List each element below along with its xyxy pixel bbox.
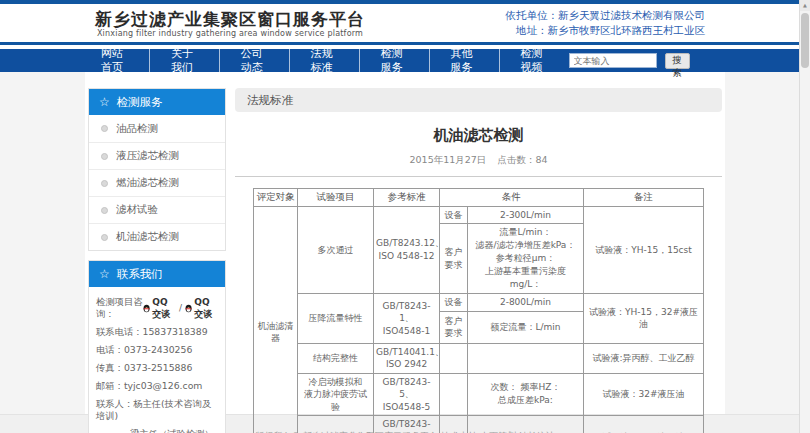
- bullet-icon: [101, 207, 108, 214]
- site-logo[interactable]: 新乡过滤产业集聚区窗口服务平台 Xinxiang filter industry…: [95, 9, 365, 38]
- contact-header: ☆ 联系我们: [89, 261, 225, 287]
- cell-r1-note: 试验液：YH-15，15cst: [584, 206, 704, 294]
- col-header-standard: 参考标准: [374, 189, 440, 207]
- col-header-condition: 条件: [440, 189, 584, 207]
- cell-r5-note: 试验液：32#液压油: [584, 416, 704, 433]
- cell-r4-project: 冷启动模拟和 液力脉冲疲劳试验: [298, 373, 374, 416]
- standard-line: ISO 4548-12: [376, 250, 437, 263]
- condition-line: 滤器/滤芯净增压差kPa：: [470, 239, 581, 252]
- nav-item-testing[interactable]: 检测服务: [359, 47, 429, 75]
- col-header-object: 评定对象: [254, 189, 298, 207]
- main-nav: 网站首页 关于我们 公司动态 法规标准 检测服务 其他服务 检测视频 搜 索: [0, 49, 810, 72]
- qq-penguin-icon: [143, 303, 150, 314]
- nav-item-home[interactable]: 网站首页: [80, 47, 149, 75]
- cell-r1-device-label: 设备: [440, 206, 468, 224]
- sponsor-line: 依托单位：新乡天翼过滤技术检测有限公司: [506, 8, 706, 23]
- article-title: 机油滤芯检测: [235, 126, 722, 145]
- contact-person-line-2: 梁主任（试验检测）: [96, 428, 218, 433]
- table-row: 结构完整性 GB/T14041.1、 ISO 2942 试验液:异丙醇、工业乙醇: [254, 343, 704, 373]
- cell-r2-device-label: 设备: [440, 294, 468, 312]
- bullet-icon: [101, 153, 108, 160]
- address-line: 地址：新乡市牧野区北环路西王村工业区: [506, 23, 706, 38]
- content-wrapper: ☆ 检测服务 油品检测 液压滤芯检测 燃油滤芯检测: [85, 72, 725, 414]
- sidebar-item-oil-filter-test[interactable]: 机油滤芯检测: [89, 223, 225, 250]
- search-button[interactable]: 搜 索: [665, 53, 691, 69]
- section-title-bar: 法规标准: [235, 88, 722, 112]
- qq-chat-text: QQ交谈: [194, 296, 218, 320]
- site-title: 新乡过滤产业集聚区窗口服务平台: [95, 9, 365, 29]
- sidebar-item-fuel-filter[interactable]: 燃油滤芯检测: [89, 169, 225, 196]
- nav-item-news[interactable]: 公司动态: [219, 47, 289, 75]
- sidebar-item-label: 燃油滤芯检测: [116, 176, 179, 190]
- cell-r4-note: 试验液：32#液压油: [584, 373, 704, 416]
- article: 机油滤芯检测 2015年11月27日 点击数：84 评定对象 试验项目: [235, 112, 722, 433]
- condition-line: 上游基本重量污染度mg/L：: [470, 265, 581, 291]
- contact-box: ☆ 联系我们 检测项目咨询： QQ交谈: [88, 260, 226, 433]
- standard-line: GB/T14041.1、: [376, 346, 437, 359]
- qq-label: 检测项目咨询：: [96, 296, 143, 320]
- project-line: 液力脉冲疲劳试验: [300, 388, 371, 413]
- page-body: ☆ 检测服务 油品检测 液压滤芯检测 燃油滤芯检测: [0, 72, 810, 414]
- star-icon: ☆: [99, 96, 110, 108]
- sidebar-item-label: 油品检测: [116, 122, 158, 136]
- search-area: 搜 索: [569, 53, 691, 69]
- main-content: 法规标准 机油滤芯检测 2015年11月27日 点击数：84 评定对象: [235, 88, 722, 414]
- site-subtitle: Xinxiang filter industry gathering area …: [95, 29, 365, 38]
- cell-r4-device-empty: [440, 373, 468, 416]
- nav-item-other[interactable]: 其他服务: [429, 47, 499, 75]
- cell-r2-customer-label: 客户要求: [440, 311, 468, 343]
- bullet-icon: [101, 234, 108, 241]
- table-row: 冷启动模拟和 液力脉冲疲劳试验 GB/T8243-5、 ISO4548-5 次数…: [254, 373, 704, 416]
- table-row: 压降流量特性 GB/T8243-1、 ISO4548-1 设备 2-800L/m…: [254, 294, 704, 312]
- test-spec-table: 评定对象 试验项目 参考标准 条件 备注 机油滤清器 多次通过 GB/T8243…: [253, 188, 704, 433]
- cell-r1-standard: GB/T8243.12、 ISO 4548-12: [374, 206, 440, 294]
- cell-r2-project: 压降流量特性: [298, 294, 374, 344]
- browser-scrollbar[interactable]: ▲: [799, 0, 810, 433]
- standard-line: ISO 2942: [376, 358, 437, 371]
- header-info: 依托单位：新乡天翼过滤技术检测有限公司 地址：新乡市牧野区北环路西王村工业区: [506, 8, 706, 38]
- cell-r3-standard: GB/T14041.1、 ISO 2942: [374, 343, 440, 373]
- contact-person-line-1: 联系人：杨主任(技术咨询及培训): [96, 398, 218, 422]
- qq-chat-link-2[interactable]: QQ交谈: [185, 296, 218, 320]
- services-header: ☆ 检测服务: [89, 89, 225, 115]
- cell-r1-customer-label: 客户要求: [440, 224, 468, 294]
- contact-email-line: 邮箱：tyjc03@126.com: [96, 380, 218, 392]
- standard-line: ISO4548-1: [376, 325, 437, 338]
- scrollbar-thumb[interactable]: [801, 13, 809, 68]
- nav-item-about[interactable]: 关于我们: [149, 47, 219, 75]
- nav-menu: 网站首页 关于我们 公司动态 法规标准 检测服务 其他服务 检测视频: [80, 47, 569, 75]
- services-box: ☆ 检测服务 油品检测 液压滤芯检测 燃油滤芯检测: [88, 88, 226, 251]
- bullet-icon: [101, 180, 108, 187]
- cell-object: 机油滤清器: [254, 206, 298, 433]
- standard-line: GB/T8243-1、: [376, 300, 437, 325]
- qq-chat-link-1[interactable]: QQ交谈: [143, 296, 176, 320]
- table-row: 机油滤清器 多次通过 GB/T8243.12、 ISO 4548-12 设备 2…: [254, 206, 704, 224]
- qq-consult-line: 检测项目咨询： QQ交谈 /: [96, 296, 218, 320]
- sidebar-item-oil-test[interactable]: 油品检测: [89, 115, 225, 142]
- standard-line: GB/T8243.12、: [376, 237, 437, 250]
- site-header: 新乡过滤产业集聚区窗口服务平台 Xinxiang filter industry…: [0, 4, 810, 42]
- sidebar-item-label: 液压滤芯检测: [116, 149, 179, 163]
- cell-r1-customer-conditions: 流量L/min： 滤器/滤芯净增压差kPa： 参考粒径μm： 上游基本重量污染度…: [468, 224, 584, 294]
- standard-line: GB/T8243-5、: [376, 376, 437, 401]
- contact-fax-line: 传真：0373-2515886: [96, 362, 218, 374]
- qq-chat-text: QQ交谈: [152, 296, 176, 320]
- cell-r2-device-value: 2-800L/min: [468, 294, 584, 312]
- article-divider: [235, 176, 722, 177]
- sidebar: ☆ 检测服务 油品检测 液压滤芯检测 燃油滤芯检测: [88, 88, 226, 414]
- sidebar-item-media-test[interactable]: 滤材试验: [89, 196, 225, 223]
- cell-r3-project: 结构完整性: [298, 343, 374, 373]
- project-line: 冷启动模拟和: [300, 376, 371, 389]
- search-input[interactable]: [569, 53, 657, 68]
- article-meta: 2015年11月27日 点击数：84: [235, 154, 722, 167]
- scroll-up-icon[interactable]: ▲: [800, 0, 810, 11]
- contact-title: 联系我们: [117, 267, 163, 282]
- article-hits: 点击数：84: [497, 154, 547, 165]
- article-date: 2015年11月27日: [410, 154, 487, 165]
- nav-item-videos[interactable]: 检测视频: [499, 47, 569, 75]
- services-title: 检测服务: [117, 95, 163, 110]
- sidebar-item-hydraulic-filter[interactable]: 液压滤芯检测: [89, 142, 225, 169]
- cell-r2-note: 试验液：YH-15，32#液压油: [584, 294, 704, 344]
- sidebar-item-label: 机油滤芯检测: [116, 230, 179, 244]
- nav-item-standards[interactable]: 法规标准: [289, 47, 359, 75]
